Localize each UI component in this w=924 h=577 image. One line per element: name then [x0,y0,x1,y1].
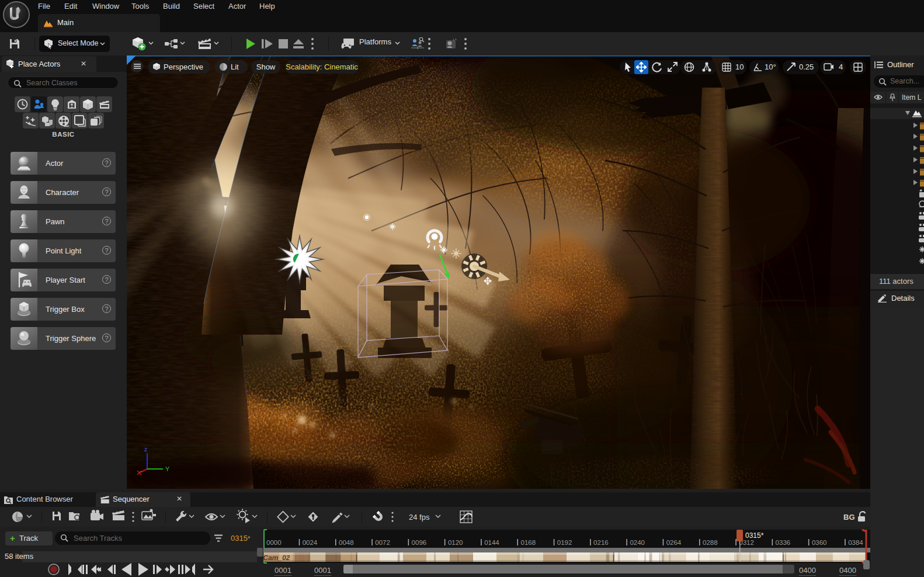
svg-text:BG: BG [843,513,855,522]
svg-text:0384: 0384 [848,539,863,546]
svg-text:0000: 0000 [266,539,282,546]
svg-text:0168: 0168 [521,539,536,546]
svg-text:0072: 0072 [375,539,390,546]
svg-text:0048: 0048 [339,539,354,546]
svg-text:0315*: 0315* [745,531,764,540]
svg-text:0240: 0240 [630,539,645,546]
svg-text:Cam_02: Cam_02 [263,554,291,562]
svg-text:z: z [144,446,147,453]
svg-text:0144: 0144 [484,539,499,546]
svg-text:0120: 0120 [448,539,463,546]
svg-text:0336: 0336 [776,539,791,546]
svg-text:0360: 0360 [812,539,827,546]
svg-text:0288: 0288 [703,539,718,546]
svg-text:24 fps: 24 fps [409,513,430,522]
svg-text:0096: 0096 [412,539,427,546]
svg-text:Y: Y [165,465,170,472]
svg-text:0192: 0192 [557,539,572,546]
svg-text:0264: 0264 [666,539,682,546]
svg-text:0024: 0024 [303,539,318,546]
svg-text:0216: 0216 [593,539,609,546]
